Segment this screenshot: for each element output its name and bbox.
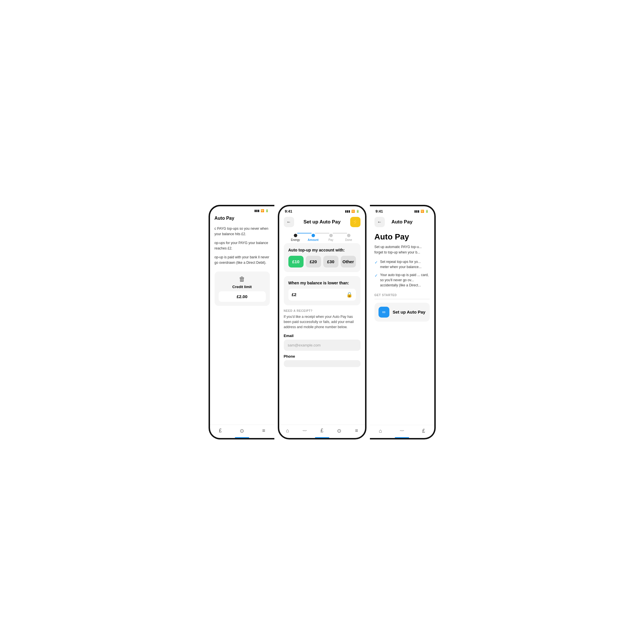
center-header: ← Set up Auto Pay ⚡ xyxy=(279,215,365,229)
step-dot-pay xyxy=(329,234,333,237)
usage-icon: 〰 xyxy=(303,429,307,433)
balance-card: When my balance is lower than: £2 🔒 xyxy=(284,276,360,305)
step-label-done: Done xyxy=(345,238,352,241)
phone-left: ▮▮▮ 🛜 🔋 Auto Pay c PAYG top-ups so you n… xyxy=(209,205,274,439)
credit-box: 🗑 Credit limit £2.00 xyxy=(215,272,270,306)
center-wifi-icon: 🛜 xyxy=(351,210,355,213)
wifi-icon: 🛜 xyxy=(261,209,264,212)
amount-btn-30[interactable]: £30 xyxy=(323,256,338,267)
balance-row: £2 🔒 xyxy=(288,289,356,301)
center-back-button[interactable]: ← xyxy=(284,217,294,227)
check-icon-1: ✓ xyxy=(374,259,378,265)
lightning-icon: ⚡ xyxy=(352,219,358,225)
check-item-2: ✓ Your auto top-up is paid ... card, so … xyxy=(374,272,430,288)
right-header-title: Auto Pay xyxy=(391,219,413,225)
center-nav-pound[interactable]: £ xyxy=(320,428,323,434)
center-bottom-nav: ⌂ 〰 £ ⊙ ≡ xyxy=(279,425,365,438)
get-started-label: GET STARTED xyxy=(374,294,430,297)
right-home-icon: ⌂ xyxy=(379,428,382,434)
amount-btn-20[interactable]: £20 xyxy=(306,256,321,267)
left-nav-help[interactable]: ⊙ xyxy=(240,428,244,434)
right-status-icons: ▮▮▮ 🛜 🔋 xyxy=(414,210,429,213)
battery-icon: 🔋 xyxy=(265,209,269,212)
center-nav-menu[interactable]: ≡ xyxy=(355,428,358,434)
balance-value: £2 xyxy=(292,292,297,297)
right-back-button[interactable]: ← xyxy=(374,217,385,227)
right-header: ← Auto Pay xyxy=(370,215,434,229)
center-status-icons: ▮▮▮ 🛜 🔋 xyxy=(345,210,359,213)
trash-icon: 🗑 xyxy=(219,276,266,283)
center-nav-usage[interactable]: 〰 xyxy=(303,429,307,433)
amount-btn-other[interactable]: Other xyxy=(341,256,356,267)
left-status-bar: ▮▮▮ 🛜 🔋 xyxy=(210,206,274,213)
email-input[interactable]: sam@example.com xyxy=(284,340,360,351)
menu-icon: ≡ xyxy=(262,428,265,434)
phone-right: 9:41 ▮▮▮ 🛜 🔋 ← Auto Pay Auto Pay Set up … xyxy=(370,205,436,439)
infinity-icon: ∞ xyxy=(379,307,389,318)
right-nav-pound[interactable]: £ xyxy=(422,428,425,434)
right-nav-home[interactable]: ⌂ xyxy=(379,428,382,434)
step-energy: Energy xyxy=(294,234,297,237)
topup-card-title: Auto top-up my account with: xyxy=(288,248,356,252)
center-content: Auto top-up my account with: £10 £20 £30… xyxy=(279,240,365,425)
signal-icon: ▮▮▮ xyxy=(254,209,259,212)
center-nav-home[interactable]: ⌂ xyxy=(286,428,289,434)
auto-pay-hero-title: Auto Pay xyxy=(374,232,430,241)
back-arrow-icon: ← xyxy=(287,219,291,225)
amount-btn-10[interactable]: £10 xyxy=(288,256,304,267)
center-status-time: 9:41 xyxy=(285,209,292,213)
left-nav-pound[interactable]: £ xyxy=(219,428,222,434)
center-battery-icon: 🔋 xyxy=(356,210,359,213)
right-status-time: 9:41 xyxy=(376,209,383,213)
left-body2: op-ups for your PAYG your balance reache… xyxy=(215,240,270,251)
email-field-label: Email xyxy=(284,334,360,338)
progress-stepper: Energy Amount Pay Done xyxy=(279,229,365,240)
left-nav-active-bar xyxy=(235,437,249,438)
credit-label: Credit limit xyxy=(219,285,266,289)
right-signal-icon: ▮▮▮ xyxy=(414,210,419,213)
phone-center: 9:41 ▮▮▮ 🛜 🔋 ← Set up Auto Pay ⚡ Energy xyxy=(278,205,366,439)
step-dot-amount xyxy=(312,234,315,237)
step-done: Done xyxy=(347,234,350,237)
checklist: ✓ Set repeat top-ups for yo... meter whe… xyxy=(374,259,430,288)
check-text-2: Your auto top-up is paid ... card, so yo… xyxy=(380,272,430,288)
right-wifi-icon: 🛜 xyxy=(421,210,424,213)
center-status-bar: 9:41 ▮▮▮ 🛜 🔋 xyxy=(279,206,365,215)
center-pound-icon: £ xyxy=(320,428,323,434)
step-pay: Pay xyxy=(329,234,333,237)
setup-auto-pay-button[interactable]: ∞ Set up Auto Pay xyxy=(374,303,430,322)
center-nav-active-bar xyxy=(315,437,329,438)
step-label-amount: Amount xyxy=(308,238,319,241)
right-nav-usage[interactable]: 〰 xyxy=(400,429,404,433)
step-label-energy: Energy xyxy=(291,238,300,241)
left-title: Auto Pay xyxy=(215,216,234,221)
email-placeholder: sam@example.com xyxy=(288,343,321,347)
step-label-pay: Pay xyxy=(328,238,333,241)
balance-card-title: When my balance is lower than: xyxy=(288,281,356,285)
step-line-3 xyxy=(333,233,347,233)
auto-pay-desc: Set up automatic PAYG top-u... forget to… xyxy=(374,244,430,255)
left-body1: c PAYG top-ups so you never when your ba… xyxy=(215,226,270,237)
check-icon-2: ✓ xyxy=(374,273,378,279)
right-usage-icon: 〰 xyxy=(400,429,404,433)
center-menu-icon: ≡ xyxy=(355,428,358,434)
left-header: Auto Pay xyxy=(210,213,274,223)
right-pound-icon: £ xyxy=(422,428,425,434)
amount-options: £10 £20 £30 Other xyxy=(288,256,356,267)
receipt-section-desc: If you'd like a receipt when your Auto P… xyxy=(284,314,360,330)
right-status-bar: 9:41 ▮▮▮ 🛜 🔋 xyxy=(370,206,434,215)
right-back-arrow-icon: ← xyxy=(377,219,382,225)
right-battery-icon: 🔋 xyxy=(425,210,429,213)
check-text-1: Set repeat top-ups for yo... meter when … xyxy=(380,259,430,270)
left-nav-menu[interactable]: ≡ xyxy=(262,428,265,434)
phone-field-label: Phone xyxy=(284,354,360,358)
center-lightning-button[interactable]: ⚡ xyxy=(350,217,360,227)
left-status-icons: ▮▮▮ 🛜 🔋 xyxy=(254,209,269,212)
pound-icon: £ xyxy=(219,428,222,434)
right-bottom-nav: ⌂ 〰 £ xyxy=(370,425,434,438)
phone-input[interactable] xyxy=(284,360,360,367)
center-header-title: Set up Auto Pay xyxy=(304,219,341,225)
receipt-section-label: NEED A RECEIPT? xyxy=(284,309,360,312)
left-content: c PAYG top-ups so you never when your ba… xyxy=(210,223,274,425)
center-nav-help[interactable]: ⊙ xyxy=(337,428,341,434)
